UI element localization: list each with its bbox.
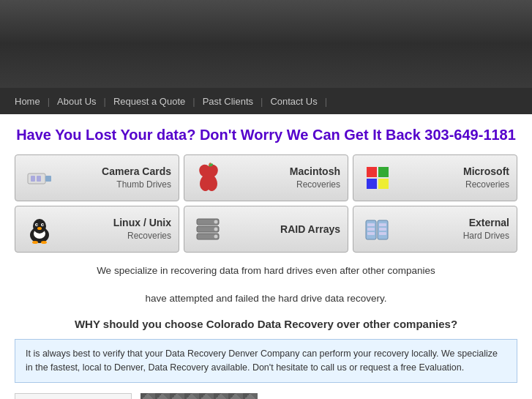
win-pane-green	[378, 167, 389, 177]
win-pane-yellow	[378, 179, 389, 189]
linux-button[interactable]: Linux / Unix Recoveries	[15, 206, 179, 253]
svg-point-10	[37, 224, 38, 225]
svg-point-14	[41, 241, 47, 244]
svg-point-18	[214, 228, 218, 231]
svg-point-20	[214, 235, 218, 239]
svg-rect-27	[379, 228, 386, 231]
external-button[interactable]: External Hard Drives	[353, 206, 517, 253]
free-clean-box: Free Clean Room Evaluations	[15, 393, 132, 399]
svg-rect-28	[379, 232, 386, 235]
svg-point-16	[214, 220, 218, 224]
info-box: It is always best to verify that your Da…	[15, 339, 517, 383]
svg-rect-3	[37, 176, 41, 182]
svg-rect-23	[367, 228, 375, 231]
external-text: External Hard Drives	[400, 217, 509, 242]
nav-clients[interactable]: Past Clients	[195, 96, 261, 107]
nav-quote[interactable]: Request a Quote	[106, 96, 192, 107]
macintosh-text: Macintosh Recoveries	[231, 165, 340, 190]
spec-text-2: have attempted and failed the hard drive…	[15, 291, 517, 307]
bottom-section: Free Clean Room Evaluations “ When we ha…	[15, 393, 517, 399]
svg-point-12	[37, 227, 42, 230]
testimonial-box: “ When we had a fire in our data center …	[266, 393, 517, 399]
why-title: WHY should you choose Colorado Data Reco…	[15, 318, 517, 330]
camera-cards-button[interactable]: Camera Cards Thumb Drives	[15, 154, 179, 201]
linux-text: Linux / Unix Recoveries	[62, 217, 171, 242]
raid-icon	[192, 212, 225, 246]
site-banner	[0, 0, 532, 88]
svg-rect-1	[45, 176, 51, 182]
macintosh-button[interactable]: Macintosh Recoveries	[184, 154, 348, 201]
linux-icon	[23, 212, 56, 246]
svg-rect-22	[367, 223, 375, 226]
raid-text: RAID Arrays	[231, 223, 340, 236]
raid-button[interactable]: RAID Arrays	[184, 206, 348, 253]
apple-icon	[192, 161, 225, 195]
microsoft-button[interactable]: Microsoft Recoveries	[353, 154, 517, 201]
microsoft-text: Microsoft Recoveries	[400, 165, 509, 190]
svg-point-13	[32, 241, 38, 244]
main-nav: Home | About Us | Request a Quote | Past…	[0, 88, 532, 114]
open-quote: “	[270, 394, 277, 399]
nav-about[interactable]: About Us	[50, 96, 103, 107]
external-icon	[361, 212, 394, 246]
spec-text-1: We specialize in recovering data from ha…	[15, 263, 517, 279]
nav-contact[interactable]: Contact Us	[263, 96, 324, 107]
svg-rect-2	[31, 176, 35, 182]
svg-rect-26	[379, 223, 386, 226]
nav-home[interactable]: Home	[7, 96, 48, 107]
windows-icon	[361, 161, 394, 195]
usb-icon	[23, 161, 56, 195]
main-content: Have You Lost Your data? Don't Worry We …	[0, 114, 532, 399]
win-pane-red	[367, 167, 377, 177]
camera-cards-text: Camera Cards Thumb Drives	[62, 165, 171, 190]
svg-rect-24	[367, 232, 375, 235]
photo-placeholder	[141, 393, 258, 399]
win-pane-blue	[367, 179, 377, 189]
svg-point-11	[42, 224, 44, 225]
recovery-grid: Camera Cards Thumb Drives Macintosh Reco…	[15, 154, 517, 253]
headline: Have You Lost Your data? Don't Worry We …	[15, 125, 517, 144]
photo-inner	[141, 393, 258, 399]
nav-sep-5: |	[325, 96, 327, 107]
